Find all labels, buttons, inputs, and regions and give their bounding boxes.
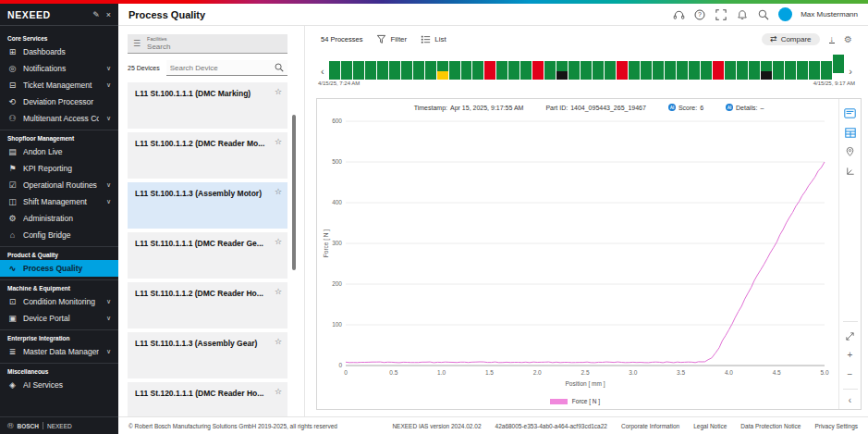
process-status-block[interactable] xyxy=(665,61,676,80)
process-status-block[interactable] xyxy=(641,61,652,80)
sidebar-item-multitenant-access-control[interactable]: ⚇Multitenant Access Control∨ xyxy=(0,110,118,127)
process-status-block[interactable] xyxy=(401,61,412,80)
device-card[interactable]: L11 St.110.1.1.3 (Assembly Gear)☆ xyxy=(128,332,287,378)
process-status-block[interactable] xyxy=(809,61,820,80)
scrollbar-thumb[interactable] xyxy=(292,115,296,270)
process-status-block[interactable] xyxy=(797,61,808,80)
process-status-block[interactable] xyxy=(341,61,352,80)
process-status-block[interactable] xyxy=(701,61,712,80)
process-status-block[interactable] xyxy=(568,61,580,80)
help-icon[interactable]: ? xyxy=(693,9,706,20)
facilities-search-input[interactable] xyxy=(147,43,258,51)
sidebar-item-process-quality[interactable]: ∿Process Quality xyxy=(0,260,118,277)
device-card[interactable]: L11 St.110.1.1.2 (DMC Reader Ho...☆ xyxy=(128,282,287,329)
sidebar-item-deviation-processor[interactable]: ⟲Deviation Processor xyxy=(0,93,118,110)
process-status-block[interactable] xyxy=(496,61,507,80)
process-status-block[interactable] xyxy=(725,61,736,80)
fullscreen-icon[interactable] xyxy=(715,9,727,20)
footer-link-corporate-information[interactable]: Corporate Information xyxy=(621,423,679,429)
close-icon[interactable]: × xyxy=(106,10,111,19)
process-status-block[interactable] xyxy=(365,61,376,80)
process-status-block[interactable] xyxy=(677,61,688,80)
favorite-star-icon[interactable]: ☆ xyxy=(275,287,282,296)
process-status-block[interactable] xyxy=(761,61,772,80)
zoom-out-icon[interactable]: − xyxy=(844,369,857,380)
sidebar-item-ai-services[interactable]: ◈AI Services xyxy=(0,377,118,393)
force-position-chart[interactable]: 010020030040050060000.51.01.52.02.53.03.… xyxy=(322,114,836,391)
sidebar-item-notifications[interactable]: ◎Notifications∨ xyxy=(0,60,118,77)
process-status-block[interactable] xyxy=(737,61,748,80)
compare-button[interactable]: ⇄ Compare xyxy=(762,33,819,45)
edit-icon[interactable]: ✎ xyxy=(92,10,100,19)
process-status-block[interactable] xyxy=(425,61,436,80)
download-icon[interactable]: ↓ xyxy=(829,35,836,43)
collapse-panel-icon[interactable]: ‹ xyxy=(844,398,857,409)
favorite-star-icon[interactable]: ☆ xyxy=(275,337,282,346)
sidebar-item-condition-monitoring[interactable]: ⊡Condition Monitoring∨ xyxy=(0,293,118,310)
process-status-block[interactable] xyxy=(353,61,364,80)
axes-icon[interactable] xyxy=(844,166,857,177)
device-card[interactable]: L11 St.100.1.1.3 (Assembly Motor)☆ xyxy=(128,182,287,229)
process-status-block[interactable] xyxy=(605,61,616,80)
sidebar-item-shift-management[interactable]: ◫Shift Management∨ xyxy=(0,193,118,210)
process-status-block[interactable] xyxy=(508,61,520,80)
process-status-block[interactable] xyxy=(532,61,544,80)
sidebar-item-kpi-reporting[interactable]: ⚑KPI Reporting xyxy=(0,160,118,177)
sidebar-item-administration[interactable]: ⚙Administration xyxy=(0,210,118,227)
favorite-star-icon[interactable]: ☆ xyxy=(275,237,282,246)
favorite-star-icon[interactable]: ☆ xyxy=(275,187,282,196)
process-status-block[interactable] xyxy=(593,61,604,80)
sidebar-item-dashboards[interactable]: ⊞Dashboards xyxy=(0,43,118,60)
process-status-block[interactable] xyxy=(437,61,448,80)
process-status-block[interactable] xyxy=(713,61,724,80)
sidebar-item-andon-live[interactable]: ▤Andon Live xyxy=(0,143,118,160)
facilities-search-box[interactable]: ☰ Facilities xyxy=(128,34,287,54)
favorite-star-icon[interactable]: ☆ xyxy=(275,387,282,396)
favorite-star-icon[interactable]: ☆ xyxy=(275,137,282,146)
process-status-block[interactable] xyxy=(617,61,628,80)
device-card[interactable]: L11 St.100.1.1.1 (DMC Marking)☆ xyxy=(128,82,287,129)
footer-link-privacy-settings[interactable]: Privacy Settings xyxy=(814,423,858,429)
resize-icon[interactable] xyxy=(844,330,857,341)
process-status-block[interactable] xyxy=(472,61,483,80)
search-icon[interactable] xyxy=(757,9,770,20)
process-status-block[interactable] xyxy=(413,61,424,80)
card-view-icon[interactable] xyxy=(844,107,857,118)
sidebar-item-ticket-management[interactable]: ⊟Ticket Management∨ xyxy=(0,77,118,93)
process-status-block[interactable] xyxy=(749,61,760,80)
process-status-block[interactable] xyxy=(556,61,568,80)
process-status-block[interactable] xyxy=(653,61,664,80)
zoom-in-icon[interactable]: + xyxy=(844,350,857,361)
device-card[interactable]: L11 St.110.1.1.1 (DMC Reader Ge...☆ xyxy=(128,232,287,279)
process-status-block[interactable] xyxy=(629,61,640,80)
device-search-box[interactable] xyxy=(166,60,287,76)
timeline-prev-icon[interactable]: ‹ xyxy=(320,66,325,80)
process-status-block[interactable] xyxy=(544,61,556,80)
menu-icon[interactable]: ☰ xyxy=(133,39,141,48)
process-status-block[interactable] xyxy=(484,61,495,80)
footer-link-data-protection-notice[interactable]: Data Protection Notice xyxy=(740,423,801,429)
gear-icon[interactable]: ⚙ xyxy=(844,35,852,44)
process-status-block[interactable] xyxy=(329,61,340,80)
timeline-next-icon[interactable]: › xyxy=(848,66,853,80)
process-status-block[interactable] xyxy=(581,61,592,80)
process-status-block[interactable] xyxy=(377,61,388,80)
process-status-block[interactable] xyxy=(773,61,784,80)
location-pin-icon[interactable] xyxy=(844,146,857,157)
sidebar-item-operational-routines[interactable]: ☑Operational Routines∨ xyxy=(0,177,118,193)
avatar[interactable] xyxy=(778,7,792,21)
process-status-block[interactable] xyxy=(449,61,460,80)
sidebar-item-config-bridge[interactable]: ⌂Config Bridge xyxy=(0,227,118,243)
list-view-button[interactable]: List xyxy=(421,34,446,44)
favorite-star-icon[interactable]: ☆ xyxy=(275,87,282,96)
headset-icon[interactable] xyxy=(672,9,685,20)
process-status-block[interactable] xyxy=(785,61,796,80)
sidebar-item-master-data-management[interactable]: ≣Master Data Management∨ xyxy=(0,343,118,360)
process-status-block[interactable] xyxy=(520,61,532,80)
notifications-bell-icon[interactable] xyxy=(736,9,749,20)
process-status-block[interactable] xyxy=(833,55,844,73)
device-search-input[interactable] xyxy=(170,64,272,72)
table-view-icon[interactable] xyxy=(844,127,857,138)
process-status-block[interactable] xyxy=(461,61,472,80)
process-status-block[interactable] xyxy=(689,61,700,80)
